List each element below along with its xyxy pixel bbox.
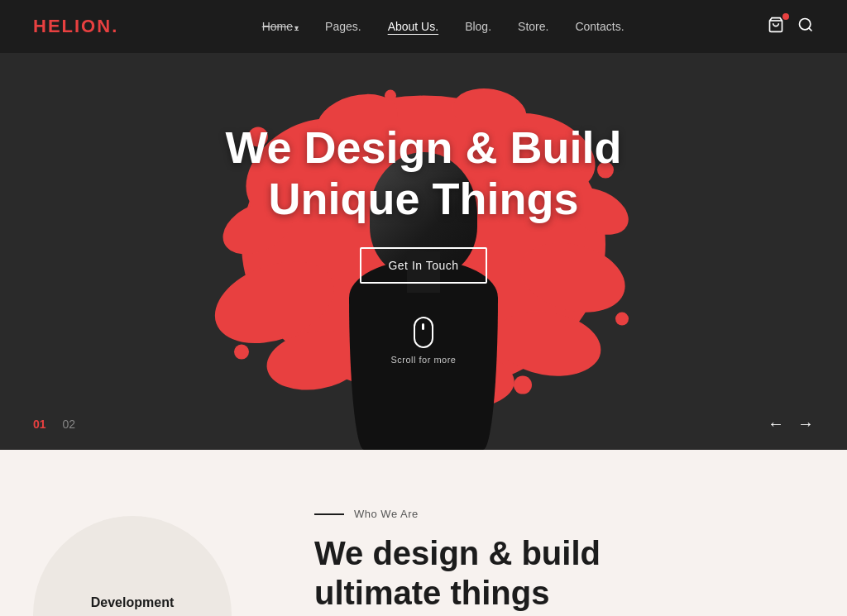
nav-contacts[interactable]: Contacts.: [575, 20, 624, 33]
who-we-are: Who We Are We design & build ultimate th…: [314, 499, 814, 613]
hero-bottom-bar: 01 02 ← →: [0, 414, 847, 433]
nav-pages[interactable]: Pages.: [325, 20, 361, 33]
section-eyebrow: Who We Are: [314, 508, 814, 520]
site-header: HELION. Home▾ Pages. About Us. Blog. Sto…: [0, 0, 847, 53]
header-icons: [768, 17, 814, 37]
nav-blog[interactable]: Blog.: [465, 20, 491, 33]
hero-title-line1: We Design & Build: [225, 122, 621, 172]
below-hero-section: Development Who We Are We design & build…: [0, 450, 847, 616]
dev-circle: Development: [33, 516, 232, 616]
hero-section: We Design & Build Unique Things Get In T…: [0, 53, 847, 450]
cart-badge: [782, 13, 789, 20]
scroll-label: Scroll for more: [390, 355, 456, 365]
eyebrow-line: [314, 513, 344, 515]
slide-num-active: 01: [33, 418, 46, 431]
slide-num-inactive: 02: [63, 418, 76, 431]
hero-title-line2: Unique Things: [269, 174, 579, 223]
nav-store[interactable]: Store.: [518, 20, 548, 33]
logo-text: HELION: [33, 16, 112, 36]
svg-point-19: [385, 90, 396, 102]
dev-label: Development: [91, 595, 174, 610]
search-button[interactable]: [797, 17, 814, 37]
dev-circle-container: Development: [33, 499, 265, 616]
slide-arrows: ← →: [768, 414, 814, 433]
nav-home[interactable]: Home▾: [262, 20, 299, 33]
eyebrow-text: Who We Are: [354, 508, 419, 520]
hero-title: We Design & Build Unique Things: [225, 122, 621, 224]
cta-button[interactable]: Get In Touch: [360, 247, 486, 284]
slide-numbers: 01 02: [33, 418, 75, 431]
prev-slide-button[interactable]: ←: [768, 414, 784, 433]
hero-content: We Design & Build Unique Things Get In T…: [225, 122, 621, 365]
next-slide-button[interactable]: →: [797, 414, 814, 433]
logo: HELION.: [33, 16, 118, 37]
section-title-line1: We design & build: [314, 535, 601, 571]
logo-dot: .: [112, 16, 118, 36]
section-title: We design & build ultimate things: [314, 533, 814, 613]
scroll-indicator: Scroll for more: [225, 317, 621, 365]
svg-line-2: [809, 27, 812, 31]
section-title-line2: ultimate things: [314, 575, 549, 611]
svg-point-1: [799, 18, 810, 29]
mouse-wheel: [422, 323, 424, 330]
nav-about[interactable]: About Us.: [388, 20, 438, 33]
main-nav: Home▾ Pages. About Us. Blog. Store. Cont…: [262, 20, 624, 33]
cart-button[interactable]: [768, 17, 784, 37]
mouse-icon: [414, 317, 433, 348]
